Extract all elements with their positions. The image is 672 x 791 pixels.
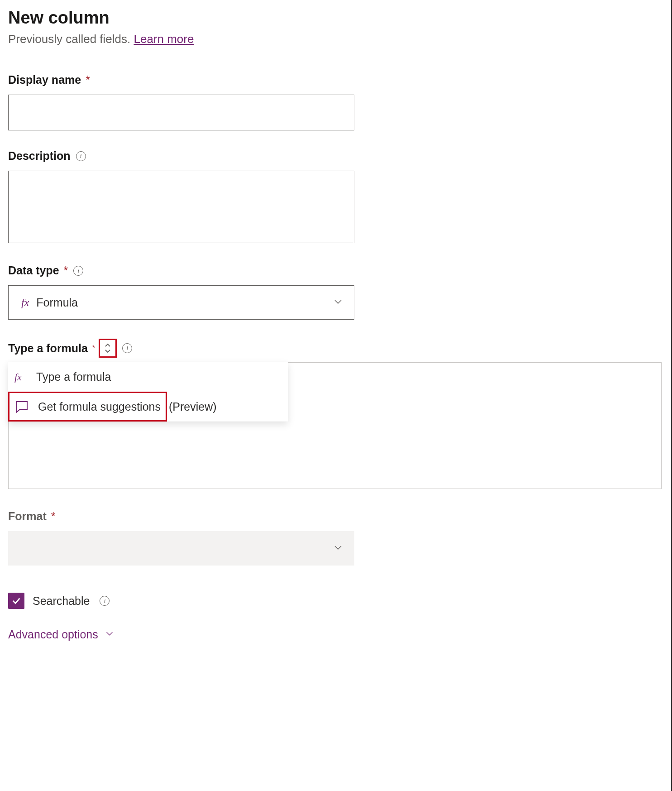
dropdown-suggestions-label: Get formula suggestions — [38, 400, 161, 413]
searchable-checkbox[interactable] — [8, 593, 24, 609]
format-label: Format — [8, 510, 47, 523]
display-name-label: Display name — [8, 73, 81, 86]
format-select[interactable] — [8, 531, 354, 566]
preview-tag: (Preview) — [169, 400, 217, 413]
advanced-options-toggle[interactable]: Advanced options — [8, 628, 664, 641]
learn-more-link[interactable]: Learn more — [133, 32, 194, 46]
dropdown-item-get-suggestions[interactable]: Get formula suggestions (Preview) — [8, 392, 288, 422]
formula-mode-toggle[interactable] — [99, 339, 117, 358]
description-input[interactable] — [8, 171, 354, 243]
info-icon[interactable]: i — [122, 343, 132, 353]
info-icon[interactable]: i — [73, 266, 83, 276]
info-icon[interactable]: i — [76, 151, 86, 161]
page-subtitle: Previously called fields. Learn more — [8, 32, 664, 46]
formula-dropdown: fx Type a formula Get formula suggestion… — [8, 362, 288, 422]
subtitle-text: Previously called fields. — [8, 32, 133, 46]
info-icon[interactable]: i — [100, 596, 110, 606]
chevron-down-icon — [105, 628, 114, 641]
page-title: New column — [8, 8, 664, 28]
data-type-label: Data type — [8, 264, 59, 277]
display-name-input[interactable] — [8, 95, 354, 130]
searchable-label: Searchable — [33, 594, 90, 608]
required-asterisk: * — [64, 264, 68, 277]
description-label: Description — [8, 149, 71, 163]
required-asterisk: * — [86, 73, 90, 86]
dropdown-type-formula-label: Type a formula — [36, 370, 111, 384]
fx-icon: fx — [16, 297, 29, 309]
advanced-options-label: Advanced options — [8, 628, 98, 641]
dropdown-item-type-formula[interactable]: fx Type a formula — [8, 362, 288, 392]
data-type-select[interactable]: fx Formula — [8, 285, 354, 320]
required-asterisk: * — [51, 510, 56, 523]
type-formula-label: Type a formula — [8, 342, 88, 355]
required-asterisk: * — [92, 344, 95, 352]
chat-icon — [14, 400, 29, 413]
data-type-value: Formula — [36, 296, 78, 309]
fx-icon: fx — [14, 371, 27, 383]
